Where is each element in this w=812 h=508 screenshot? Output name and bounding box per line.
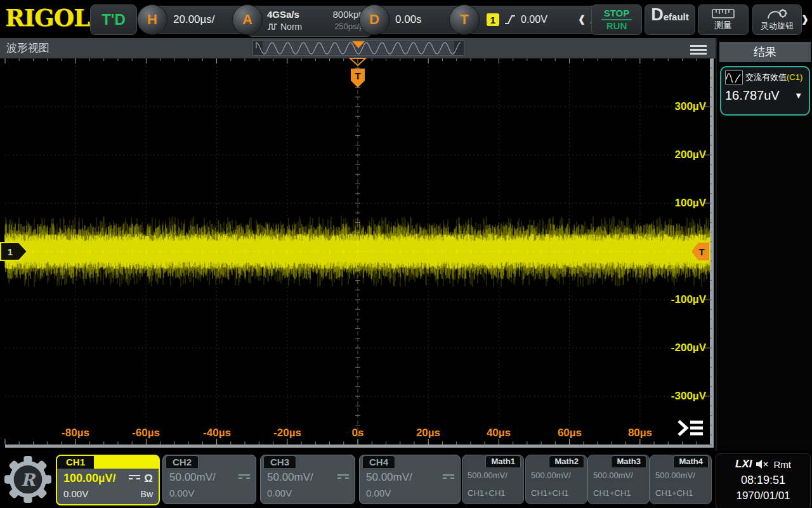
math-card-math3[interactable]: Math3 500.00mV/ CH1+CH1 — [587, 455, 650, 504]
math4-expression: CH1+CH1 — [655, 488, 693, 498]
math1-scale: 500.00mV/ — [468, 471, 508, 480]
quick-knob-button[interactable]: 灵动旋钮 — [752, 4, 802, 35]
dc-coupling-icon — [443, 474, 454, 481]
ch1-tab: CH1 — [57, 456, 94, 469]
ch2-tab: CH2 — [166, 455, 199, 468]
trigger-slope-icon — [504, 14, 516, 25]
math-card-math2[interactable]: Math2 500.00mV/ CH1+CH1 — [525, 455, 587, 504]
knob-icon — [766, 8, 788, 19]
dc-coupling-icon — [129, 475, 140, 482]
math1-tab: Math1 — [485, 455, 521, 467]
math-card-math1[interactable]: Math1 500.00mV/ CH1+CH1 — [462, 455, 524, 504]
math2-tab: Math2 — [549, 455, 584, 467]
measure-button[interactable]: 测量 — [698, 4, 749, 35]
stop-run-button[interactable]: STOP RUN — [591, 4, 642, 35]
time-label: -60µs — [132, 427, 160, 439]
measurement-card[interactable]: 交流有效值(C1) 16.787uV ▼ — [720, 66, 810, 116]
math3-expression: CH1+CH1 — [593, 488, 631, 498]
time-label: 20µs — [416, 427, 440, 439]
math4-scale: 500.00mV/ — [655, 471, 695, 480]
time-label: 60µs — [558, 427, 582, 439]
math2-scale: 500.00mV/ — [531, 471, 571, 480]
rigol-logo: RIGOL — [5, 4, 89, 32]
ch3-tab: CH3 — [263, 455, 296, 468]
sample-rate: 4GSa/s — [267, 9, 299, 20]
acquire-knob-button[interactable]: A — [232, 4, 263, 35]
channel-card-ch2[interactable]: CH2 50.00mV/ 0.00V — [162, 455, 256, 504]
math3-scale: 500.00mV/ — [593, 471, 633, 480]
math3-tab: Math3 — [611, 455, 646, 467]
measurement-value: 16.787uV — [725, 88, 780, 103]
voltage-label: -300µV — [671, 390, 706, 403]
time-label: -40µs — [203, 427, 231, 439]
default-initial: D — [651, 5, 664, 25]
svg-text:T: T — [355, 70, 360, 81]
ch3-offset: 0.00V — [267, 488, 292, 498]
voltage-label: 300µV — [675, 100, 707, 113]
channel1-position-marker[interactable]: 1 — [0, 242, 29, 261]
ch2-scale: 50.00mV/ — [169, 471, 216, 484]
dropdown-caret-icon[interactable]: ▼ — [794, 91, 802, 100]
speaker-muted-icon — [756, 459, 769, 469]
expand-menu-icon[interactable] — [675, 417, 707, 441]
clock-time: 08:19:51 — [716, 472, 810, 488]
ch1-scale: 100.00µV/ — [63, 472, 115, 485]
ch1-impedance: Ω — [144, 472, 153, 485]
lxi-badge: LXI — [735, 458, 752, 471]
results-panel: 结果 交流有效值(C1) 16.787uV ▼ — [716, 38, 812, 451]
status-clock-panel[interactable]: LXI Rmt 08:19:51 1970/01/01 — [716, 453, 811, 508]
results-header: 结果 — [719, 42, 811, 62]
ch2-offset: 0.00V — [169, 488, 194, 498]
waveform-view-header: 波形视图 — [0, 38, 716, 58]
ch1-bandwidth: Bw — [141, 489, 153, 499]
voltage-label: -100µV — [671, 293, 706, 306]
time-label: 80µs — [628, 427, 652, 439]
channel-card-ch4[interactable]: CH4 50.00mV/ 0.00V — [359, 455, 461, 504]
trigger-position-marker[interactable]: T — [348, 58, 367, 90]
measurement-source: (C1) — [787, 72, 802, 82]
svg-text:R: R — [21, 470, 36, 490]
ch1-active-band — [94, 456, 159, 469]
math4-tab: Math4 — [673, 455, 709, 467]
measurement-name: 交流有效值 — [745, 72, 787, 82]
toolbar-scroll-right-icon[interactable]: › — [802, 4, 808, 32]
channel-card-ch1[interactable]: CH1 100.00µV/ Ω 0.00V Bw — [56, 455, 160, 505]
default-button[interactable]: Default — [645, 4, 695, 35]
ruler-icon — [712, 9, 735, 18]
trigger-status-badge[interactable]: T'D — [90, 4, 137, 35]
quick-knob-label: 灵动旋钮 — [761, 20, 794, 32]
menu-icon[interactable] — [690, 43, 707, 57]
svg-text:T: T — [698, 246, 704, 257]
waveform-view-title: 波形视图 — [6, 38, 49, 58]
dc-coupling-icon — [239, 474, 250, 481]
run-label: RUN — [606, 21, 627, 31]
voltage-label: 100µV — [675, 197, 707, 210]
ch4-scale: 50.00mV/ — [366, 471, 412, 484]
math-card-math4[interactable]: Math4 500.00mV/ CH1+CH1 — [650, 455, 712, 504]
top-bar: RIGOL T'D H 20.00µs/ A 4GSa/s 800kpts No… — [0, 0, 812, 38]
remote-badge: Rmt — [773, 459, 791, 470]
horizontal-knob-button[interactable]: H — [137, 4, 167, 35]
acquire-mode-icon — [267, 23, 278, 30]
results-title: 结果 — [754, 44, 776, 60]
channel-card-ch3[interactable]: CH3 50.00mV/ 0.00V — [260, 455, 355, 504]
time-label: -20µs — [273, 427, 301, 439]
measurement-waveform-icon — [725, 70, 743, 84]
time-label: 0s — [352, 427, 364, 439]
clock-date: 1970/01/01 — [716, 488, 810, 504]
stop-label: STOP — [604, 8, 630, 18]
ch4-offset: 0.00V — [366, 488, 391, 498]
toolbar-scroll-left-icon[interactable]: ‹ — [579, 4, 585, 32]
bottom-bar: R CH1 100.00µV/ Ω 0.00V Bw CH2 50.00mV/ … — [0, 451, 812, 508]
acquisition-pill[interactable]: 4GSa/s 800kpts Norm 250ps/pt — [247, 6, 372, 37]
delay-knob-button[interactable]: D — [359, 4, 390, 35]
time-label: 40µs — [487, 427, 511, 439]
math1-expression: CH1+CH1 — [468, 488, 506, 498]
horizontal-overview-strip[interactable] — [252, 40, 464, 56]
default-rest: efault — [664, 11, 689, 22]
math2-expression: CH1+CH1 — [531, 488, 569, 498]
rigol-gear-logo: R — [4, 455, 52, 504]
trigger-knob-button[interactable]: T — [449, 4, 480, 35]
trigger-level-marker[interactable]: T — [691, 242, 710, 261]
time-label: -80µs — [62, 427, 89, 439]
